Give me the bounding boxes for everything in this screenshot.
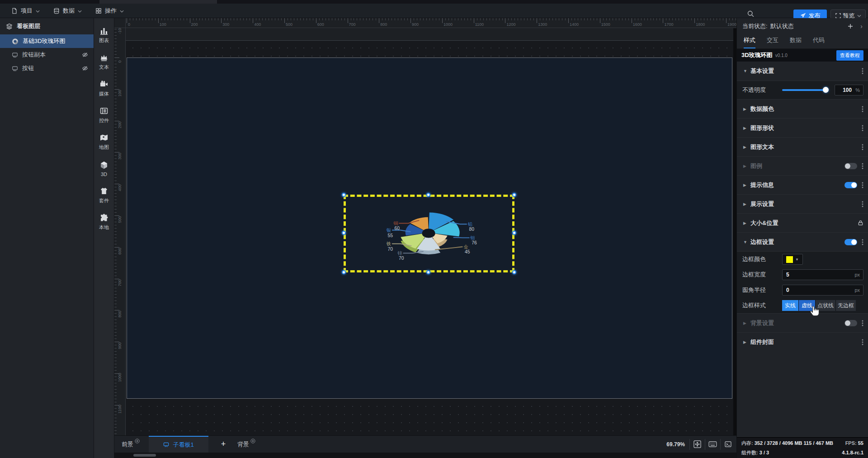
foreground-label: 前景: [122, 440, 133, 448]
toolstrip-item-3d[interactable]: 3D: [94, 155, 114, 182]
more-options-button[interactable]: [862, 239, 863, 245]
add-foreground-icon[interactable]: [135, 439, 140, 444]
opacity-slider-knob[interactable]: [823, 87, 829, 93]
memory-label: 内存:: [741, 440, 753, 446]
visibility-off-button[interactable]: [82, 65, 88, 72]
triangle-right-icon: ▶: [743, 107, 750, 111]
border-width-input[interactable]: [783, 272, 854, 278]
menu-operation[interactable]: 操作: [89, 4, 131, 18]
vertical-scrollbar[interactable]: [733, 28, 736, 435]
opacity-input[interactable]: [835, 87, 855, 93]
border-radius-input[interactable]: [783, 287, 854, 293]
lock-icon[interactable]: [858, 220, 863, 226]
border-color-picker[interactable]: ▼: [782, 254, 803, 265]
border-style-option-1[interactable]: 虚线: [799, 300, 815, 311]
more-options-button[interactable]: [862, 106, 863, 112]
toolstrip-item-kits[interactable]: 套件: [94, 182, 114, 209]
more-options-button[interactable]: [862, 144, 863, 150]
tab-style[interactable]: 样式: [744, 36, 755, 48]
section-border-settings[interactable]: ▼边框设置: [737, 232, 868, 251]
toolstrip-item-local[interactable]: 本地: [94, 209, 114, 235]
border-style-option-0[interactable]: 实线: [782, 300, 798, 311]
console-button[interactable]: [720, 439, 736, 450]
resize-handle-top-right[interactable]: [512, 193, 516, 197]
resize-handle-top[interactable]: [426, 193, 430, 197]
toolstrip-item-controls[interactable]: 控件: [94, 102, 114, 129]
toggle-off[interactable]: [844, 163, 857, 169]
section-graphic-shape[interactable]: ▶图形形状: [737, 118, 868, 137]
add-state-button[interactable]: [848, 24, 853, 29]
search-button[interactable]: [747, 10, 755, 18]
section-basic-settings[interactable]: ▼基本设置: [737, 62, 868, 81]
section-background-settings[interactable]: ▶背景设置: [737, 313, 868, 332]
view-tutorial-button[interactable]: 查看教程: [836, 50, 863, 61]
more-options-button[interactable]: [862, 182, 863, 188]
more-options-button[interactable]: [862, 163, 863, 169]
section-graphic-text[interactable]: ▶图形文本: [737, 137, 868, 156]
layer-item-1[interactable]: 按钮副本: [0, 48, 94, 62]
layers-panel: 看板图层 基础3D玫瑰环图按钮副本按钮: [0, 18, 94, 458]
state-expand-arrow[interactable]: ›: [860, 23, 863, 30]
border-color-row: 边框颜色▼: [737, 252, 868, 267]
more-options-button[interactable]: [862, 339, 863, 345]
visibility-off-button[interactable]: [82, 52, 88, 58]
toolstrip-item-charts[interactable]: 图表: [94, 22, 114, 48]
background-tab[interactable]: 背景: [237, 440, 255, 448]
section-display-settings[interactable]: ▶展示设置: [737, 194, 868, 213]
tab-code[interactable]: 代码: [813, 36, 825, 48]
resize-handle-right[interactable]: [512, 231, 516, 235]
layer-item-0[interactable]: 基础3D玫瑰环图: [0, 34, 94, 48]
resize-handle-bottom-left[interactable]: [342, 270, 346, 274]
component-version: v0.1.0: [775, 53, 788, 58]
triangle-down-icon: ▼: [743, 240, 750, 244]
more-options-button[interactable]: [862, 320, 863, 326]
section-tooltip[interactable]: ▶提示信息: [737, 175, 868, 194]
resize-handle-bottom[interactable]: [426, 270, 430, 274]
shortcut-keys-button[interactable]: [705, 439, 720, 450]
horizontal-scrollbar[interactable]: [114, 453, 736, 458]
selected-component-rose-chart[interactable]: 铅80钼76金45锌70铁70银55铜60: [344, 195, 514, 272]
menu-label: 项目: [21, 7, 33, 15]
tab-interaction[interactable]: 交互: [767, 36, 778, 48]
border-style-segment: 实线虚线点状线无边框: [782, 300, 856, 311]
section-size-position[interactable]: ▶大小&位置: [737, 213, 868, 232]
settings-sections: ▼基本设置不透明度%▶数据颜色▶图形形状▶图形文本▶图例▶提示信息▶展示设置▶大…: [737, 62, 868, 351]
horizontal-scrollbar-thumb[interactable]: [133, 454, 156, 457]
svg-text:锌: 锌: [397, 251, 402, 256]
resize-handle-bottom-right[interactable]: [512, 270, 516, 274]
section-data-color[interactable]: ▶数据颜色: [737, 99, 868, 118]
toolstrip-item-text[interactable]: 文本: [94, 48, 114, 75]
section-component-cover[interactable]: ▶组件封面: [737, 332, 868, 351]
toolstrip-item-map[interactable]: 地图: [94, 129, 114, 155]
add-background-icon[interactable]: [250, 439, 255, 444]
menu-data[interactable]: 数据: [47, 4, 89, 18]
resize-handle-left[interactable]: [342, 231, 346, 235]
fit-screen-button[interactable]: [689, 439, 705, 450]
layer-item-2[interactable]: 按钮: [0, 62, 94, 75]
opacity-slider[interactable]: [782, 89, 827, 91]
menu-project[interactable]: 项目: [5, 4, 47, 18]
section-label: 边框设置: [750, 238, 774, 246]
canvas-workspace[interactable]: 铅80钼76金45锌70铁70银55铜60: [126, 28, 736, 435]
opacity-unit: %: [855, 87, 863, 93]
toolstrip-item-media[interactable]: 媒体: [94, 75, 114, 102]
section-label: 展示设置: [750, 200, 774, 208]
control-icon: [99, 106, 108, 115]
toggle-on[interactable]: [844, 182, 857, 188]
border-style-option-2[interactable]: 点状线: [816, 300, 835, 311]
resize-handle-top-left[interactable]: [342, 193, 346, 197]
sub-board-tab[interactable]: 子看板1: [149, 436, 208, 453]
section-label: 组件封面: [750, 338, 774, 346]
more-options-button[interactable]: [862, 68, 863, 74]
tab-data[interactable]: 数据: [790, 36, 802, 48]
more-options-button[interactable]: [862, 201, 863, 207]
app-window: 项目数据操作 发布 预览 看板图层 基础3D玫瑰环图按钮副本按钮 图表文本媒体控…: [0, 0, 868, 458]
toggle-off[interactable]: [844, 320, 857, 326]
add-board-button[interactable]: +: [216, 439, 231, 449]
toggle-on[interactable]: [844, 239, 857, 245]
border-style-option-3[interactable]: 无边框: [836, 300, 856, 311]
foreground-tab[interactable]: 前景: [122, 440, 140, 448]
section-legend[interactable]: ▶图例: [737, 156, 868, 175]
zoom-level[interactable]: 69.79%: [666, 441, 685, 448]
more-options-button[interactable]: [862, 125, 863, 131]
